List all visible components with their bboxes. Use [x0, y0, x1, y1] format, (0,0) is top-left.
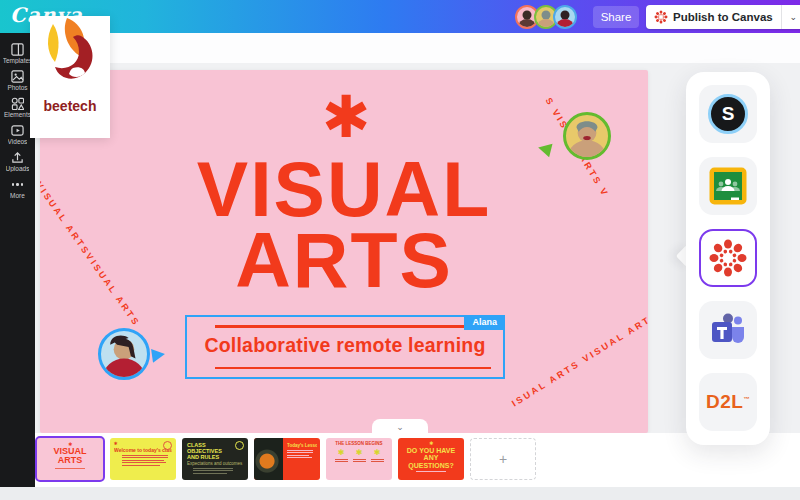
slide-thumbnail-3[interactable]: CLASS OBJECTIVES AND RULES Expectations …: [182, 438, 248, 480]
mini-text-line: [371, 459, 384, 460]
publish-label: Publish to Canvas: [673, 11, 773, 23]
textbox-text[interactable]: Collaborative remote learning: [187, 334, 503, 357]
mini-text-line: [122, 465, 160, 466]
filmstrip-collapse-tab[interactable]: ⌄: [372, 419, 428, 434]
mini-column: ✱: [371, 448, 384, 462]
mini-text-line: [122, 457, 168, 458]
blue-cursor-pointer-icon: [151, 347, 166, 363]
app-tile-canvas-lms[interactable]: [699, 229, 757, 287]
mini-text-line: [287, 455, 309, 456]
mini-text-line: [122, 460, 164, 461]
mini-text-line: [353, 461, 366, 462]
mini-text-line: [335, 459, 348, 460]
publish-to-canvas-button[interactable]: Publish to Canvas ⌄: [646, 5, 800, 29]
page-title[interactable]: VISUAL ARTS: [40, 154, 648, 296]
mini-asterisk: ✱: [335, 448, 348, 457]
slide-thumbnail-1[interactable]: ✱ VISUAL ARTS: [35, 436, 105, 482]
publish-main[interactable]: Publish to Canvas: [646, 5, 781, 29]
mini-asterisk: ✱: [371, 448, 384, 457]
mini-circle-decor: [163, 441, 172, 450]
avatar[interactable]: [553, 5, 577, 29]
lms-apps-panel: S: [686, 72, 770, 445]
d2l-wordmark: D2L: [706, 391, 743, 412]
mini-title: CLASS OBJECTIVES AND RULES: [187, 442, 231, 460]
google-classroom-icon: [708, 166, 748, 206]
mini-text-line: [287, 457, 312, 458]
toolbar-strip: [35, 33, 800, 63]
beetech-wordmark: beetech: [44, 98, 97, 114]
slide-thumbnail-5[interactable]: THE LESSON BEGINS ✱ ✱ ✱: [326, 438, 392, 480]
mini-title: Today's Lesson: [287, 443, 317, 448]
mini-text-line: [287, 452, 313, 453]
mini-column: ✱: [335, 448, 348, 462]
mini-title: THE LESSON BEGINS: [326, 441, 392, 446]
mini-asterisk: ✱: [353, 448, 366, 457]
textbox-rule-top: [215, 325, 491, 328]
person-icon: [101, 331, 147, 377]
mini-text-line: [287, 450, 313, 451]
collaborator-selection-badge: Alana: [464, 315, 505, 330]
publish-dropdown-chevron[interactable]: ⌄: [781, 5, 800, 29]
share-button[interactable]: Share: [593, 6, 639, 28]
uploads-icon: [11, 151, 24, 164]
d2l-icon: D2L™: [706, 391, 750, 413]
mini-subtitle: Expectations and outcomes: [187, 461, 243, 466]
trademark-symbol: ™: [743, 396, 750, 402]
elements-icon: [11, 97, 24, 110]
mini-text-line: [353, 459, 366, 460]
app-tile-google-classroom[interactable]: [699, 157, 757, 215]
collaborator-cursor-avatar-green: [563, 112, 611, 160]
mini-column: ✱: [353, 448, 366, 462]
beetech-logo-card: beetech: [30, 16, 110, 138]
microsoft-teams-icon: [708, 310, 748, 350]
mini-text-line: [193, 470, 233, 471]
videos-icon: [11, 124, 24, 137]
mini-circle-decor: [235, 441, 244, 450]
title-line-1: VISUAL: [40, 154, 648, 225]
app-tile-schoology[interactable]: S: [699, 85, 757, 143]
app-tile-d2l[interactable]: D2L™: [699, 373, 757, 431]
mini-title: DO YOU HAVE ANY QUESTIONS?: [405, 447, 457, 469]
templates-icon: [11, 43, 24, 56]
mini-text-line: [55, 468, 85, 469]
design-canvas-page[interactable]: ✱ VISUAL ARTS VISUAL ARTSVISUAL ARTS S V…: [40, 70, 648, 433]
asterisk-decor[interactable]: ✱: [318, 88, 374, 146]
mini-asterisk: ✱: [398, 440, 464, 446]
mini-text-line: [122, 462, 166, 463]
sidebar-item-more[interactable]: More: [0, 175, 35, 202]
selected-textbox[interactable]: Collaborative remote learning Alana: [185, 315, 505, 379]
more-icon: [12, 178, 24, 191]
top-bar: Canva Share: [0, 0, 800, 33]
mini-text-line: [335, 461, 348, 462]
collaborator-avatars: [520, 5, 577, 29]
mini-photo: [254, 438, 283, 480]
slide-thumbnail-6[interactable]: ✱ DO YOU HAVE ANY QUESTIONS?: [398, 438, 464, 480]
textbox-rule-bottom: [215, 367, 491, 370]
collaborator-cursor-avatar-alana: [98, 328, 150, 380]
add-page-button[interactable]: +: [470, 438, 536, 480]
schoology-letter: S: [722, 103, 735, 125]
sidebar-item-uploads[interactable]: Uploads: [0, 148, 35, 175]
slide-thumbnail-2[interactable]: ✱ Welcome to today's class!: [110, 438, 176, 480]
title-line-2: ARTS: [40, 225, 648, 296]
bottom-strip: [0, 487, 800, 500]
mini-text-line: [193, 468, 233, 469]
mini-text-line: [122, 455, 168, 456]
mini-text-line: [193, 473, 227, 474]
canvas-lms-icon: [708, 238, 748, 278]
mini-text-line: [416, 471, 446, 472]
app-tile-microsoft-teams[interactable]: [699, 301, 757, 359]
beetech-flame-logo-icon: [39, 16, 101, 96]
photos-icon: [11, 70, 24, 83]
mini-text-line: [371, 461, 384, 462]
person-icon: [566, 115, 608, 157]
slide-thumbnail-4[interactable]: Today's Lesson: [254, 438, 320, 480]
canvas-lms-icon: [654, 10, 668, 24]
rotated-text-right-bottom[interactable]: ISUAL ARTS VISUAL ARTS: [510, 310, 648, 409]
person-icon: [555, 7, 575, 27]
schoology-icon: S: [708, 94, 748, 134]
mini-title-2: ARTS: [37, 456, 103, 465]
